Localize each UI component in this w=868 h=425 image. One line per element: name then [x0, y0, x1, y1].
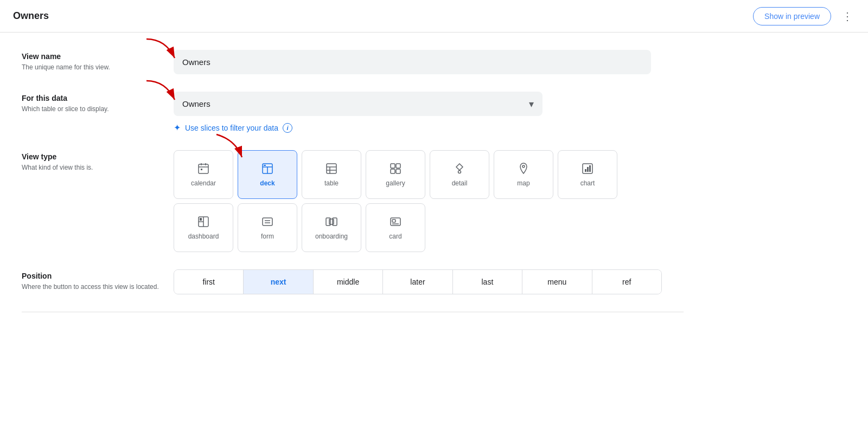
bottom-divider	[22, 312, 684, 312]
position-later[interactable]: later	[383, 270, 452, 294]
slices-link-row: ✦ Use slices to filter your data i	[174, 123, 684, 133]
view-type-form-label: form	[261, 233, 274, 240]
svg-rect-24	[585, 169, 586, 172]
deck-icon	[261, 162, 274, 175]
for-this-data-label-col: For this data Which table or slice to di…	[22, 92, 174, 114]
view-type-label: View type	[22, 152, 174, 161]
view-type-chart[interactable]: chart	[558, 150, 617, 199]
svg-rect-35	[329, 219, 334, 224]
svg-rect-19	[396, 169, 400, 173]
for-this-data-row: For this data Which table or slice to di…	[22, 92, 684, 133]
svg-point-21	[458, 171, 461, 173]
view-type-map-label: map	[517, 179, 529, 187]
main-content: View name The unique name for this view.…	[0, 33, 705, 330]
view-type-table-label: table	[324, 179, 339, 187]
view-name-input[interactable]	[174, 50, 651, 74]
use-slices-link[interactable]: ✦ Use slices to filter your data i	[174, 123, 684, 133]
view-type-onboarding[interactable]: onboarding	[302, 203, 361, 252]
detail-icon	[453, 162, 466, 175]
view-type-onboarding-label: onboarding	[315, 233, 348, 240]
position-label: Position	[22, 272, 174, 280]
view-type-map[interactable]: map	[494, 150, 553, 199]
view-type-detail-label: detail	[452, 179, 468, 187]
dashboard-icon	[197, 215, 210, 228]
position-middle[interactable]: middle	[314, 270, 383, 294]
onboarding-icon	[325, 215, 338, 228]
page-title: Owners	[13, 10, 49, 22]
position-control: first next middle later last menu	[174, 269, 684, 294]
view-type-chart-label: chart	[580, 179, 595, 187]
position-label-col: Position Where the button to access this…	[22, 269, 174, 292]
view-type-calendar[interactable]: calendar	[174, 150, 233, 199]
for-this-data-label: For this data	[22, 94, 174, 102]
view-type-description: What kind of view this is.	[22, 163, 174, 172]
header-actions: Show in preview ⋮	[753, 7, 855, 25]
svg-rect-31	[263, 218, 272, 226]
position-ref[interactable]: ref	[592, 270, 661, 294]
svg-rect-30	[200, 218, 202, 221]
view-type-card[interactable]: card	[366, 203, 425, 252]
position-first[interactable]: first	[174, 270, 244, 294]
data-select[interactable]: Owners	[174, 92, 542, 116]
view-type-dashboard[interactable]: dashboard	[174, 203, 233, 252]
show-preview-button[interactable]: Show in preview	[753, 7, 831, 25]
view-type-grid: calendar	[174, 150, 662, 252]
svg-rect-17	[396, 164, 400, 168]
view-name-description: The unique name for this view.	[22, 63, 174, 72]
position-menu[interactable]: menu	[522, 270, 592, 294]
view-type-deck-label: deck	[260, 179, 275, 187]
svg-rect-12	[327, 164, 336, 173]
for-this-data-description: Which table or slice to display.	[22, 105, 174, 114]
position-group: first next middle later last menu	[174, 269, 662, 294]
map-icon	[517, 162, 530, 175]
view-type-dashboard-label: dashboard	[188, 233, 219, 240]
more-options-icon[interactable]: ⋮	[840, 8, 855, 25]
position-description: Where the button to access this view is …	[22, 282, 174, 292]
position-next[interactable]: next	[244, 270, 313, 294]
position-row: Position Where the button to access this…	[22, 269, 684, 294]
app-header: Owners Show in preview ⋮	[0, 0, 868, 33]
view-name-control	[174, 50, 684, 74]
info-icon[interactable]: i	[283, 123, 292, 133]
view-type-control: calendar	[174, 150, 684, 252]
view-type-label-col: View type What kind of view this is.	[22, 150, 174, 172]
view-name-label-col: View name The unique name for this view.	[22, 50, 174, 72]
view-type-gallery[interactable]: gallery	[366, 150, 425, 199]
table-icon	[325, 162, 338, 175]
gallery-icon	[389, 162, 402, 175]
view-type-row: View type What kind of view this is. cal…	[22, 150, 684, 252]
view-type-calendar-label: calendar	[191, 179, 216, 187]
view-type-card-label: card	[389, 233, 401, 240]
svg-rect-18	[391, 169, 395, 173]
view-type-deck[interactable]: deck	[238, 150, 297, 199]
view-name-label: View name	[22, 52, 174, 61]
svg-marker-20	[456, 164, 463, 170]
position-last[interactable]: last	[453, 270, 522, 294]
card-icon	[389, 215, 402, 228]
svg-rect-38	[392, 220, 395, 222]
chart-icon	[581, 162, 594, 175]
data-select-wrapper: Owners ▾	[174, 92, 542, 116]
view-type-form[interactable]: form	[238, 203, 297, 252]
for-this-data-control: Owners ▾ ✦ Use slices to filter your dat…	[174, 92, 684, 133]
form-icon	[261, 215, 274, 228]
svg-rect-2	[199, 164, 208, 173]
calendar-icon	[197, 162, 210, 175]
sparkle-icon: ✦	[174, 123, 181, 133]
view-name-row: View name The unique name for this view.	[22, 50, 684, 74]
svg-point-22	[522, 165, 525, 168]
svg-rect-26	[589, 165, 591, 172]
view-type-table[interactable]: table	[302, 150, 361, 199]
svg-rect-25	[587, 167, 589, 172]
svg-rect-6	[201, 169, 202, 170]
svg-rect-16	[391, 164, 395, 168]
view-type-detail[interactable]: detail	[430, 150, 489, 199]
svg-rect-11	[264, 165, 266, 166]
view-type-gallery-label: gallery	[386, 179, 405, 187]
slices-link-label: Use slices to filter your data	[185, 124, 278, 132]
